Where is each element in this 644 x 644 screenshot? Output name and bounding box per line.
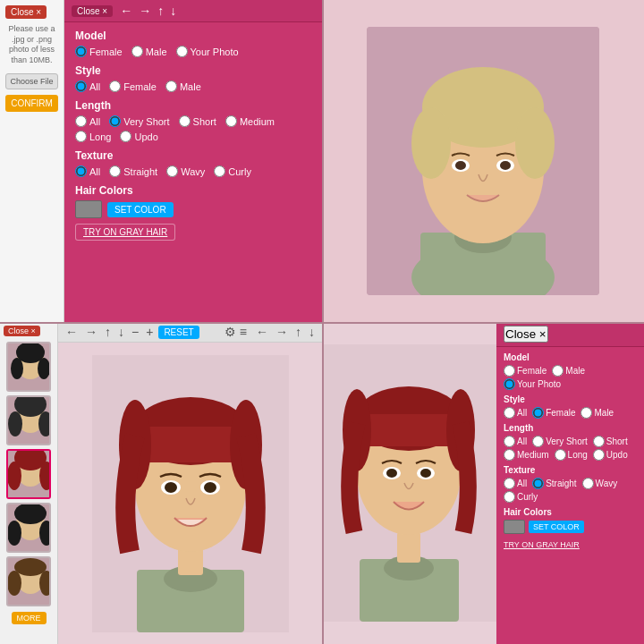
br-color-swatch[interactable]: [504, 520, 525, 534]
texture-all-option[interactable]: All: [75, 165, 100, 177]
style-female-option[interactable]: Female: [109, 80, 157, 92]
bottom-right-settings-panel: Close × Model Female Male Your Photo Sty…: [496, 322, 644, 644]
length-medium-option[interactable]: Medium: [225, 115, 275, 127]
hamburger-button[interactable]: ≡: [240, 325, 247, 339]
svg-rect-44: [135, 427, 246, 462]
model-female-option[interactable]: Female: [75, 46, 123, 57]
style-section-title: Style: [75, 64, 311, 77]
bottom-right-quadrant: Close × Model Female Male Your Photo Sty…: [322, 322, 644, 644]
br-length-all[interactable]: All: [504, 436, 527, 447]
length-long-option[interactable]: Long: [75, 131, 111, 142]
br-titlebar: Close ×: [496, 322, 644, 347]
top-right-quadrant: [322, 0, 644, 322]
length-very-short-option[interactable]: Very Short: [109, 115, 169, 127]
br-style-female[interactable]: Female: [532, 407, 575, 419]
br-texture-all[interactable]: All: [504, 478, 527, 489]
br-length-updo[interactable]: Updo: [593, 449, 628, 461]
thumbnail-item-5[interactable]: [6, 556, 51, 606]
br-set-color-button[interactable]: SET COLOR: [529, 521, 584, 533]
length-all-option[interactable]: All: [75, 115, 100, 127]
br-texture-curly[interactable]: Curly: [504, 491, 538, 503]
settings-content: Model Female Male Your Photo Style All F…: [64, 22, 322, 322]
length-radio-group: All Very Short Short Medium Long Updo: [75, 115, 311, 142]
toolbar-up-arrow2[interactable]: ↑: [293, 325, 303, 339]
thumbnail-item-3[interactable]: [6, 449, 51, 499]
toolbar-left-arrow[interactable]: ←: [64, 325, 80, 339]
thumbnail-item-2[interactable]: [6, 395, 51, 445]
bottom-left-quadrant: Close × MORE ← → ↑ ↓ − + RESET ⚙ ≡: [0, 322, 322, 644]
modal-close-button[interactable]: Close ×: [72, 5, 113, 17]
upload-hint-text: Please use a .jpg or .png photo of less …: [5, 24, 58, 66]
choose-file-button[interactable]: Choose File: [5, 73, 58, 89]
bottom-right-portrait-svg: [322, 344, 496, 622]
thumbnail-item-1[interactable]: [6, 342, 51, 392]
br-male-option[interactable]: Male: [552, 365, 585, 377]
confirm-button[interactable]: CONFIRM: [5, 95, 58, 112]
br-hair-color-row: SET COLOR: [504, 520, 637, 534]
br-texture-group: All Straight Wavy Curly: [504, 478, 637, 503]
toolbar-left-arrow2[interactable]: ←: [254, 325, 270, 339]
nav-down-arrow[interactable]: ↓: [168, 4, 178, 18]
br-length-group: All Very Short Short Medium Long Updo: [504, 436, 637, 461]
nav-up-arrow[interactable]: ↑: [156, 4, 165, 18]
br-try-gray-button[interactable]: TRY ON GRAY HAIR: [504, 540, 580, 549]
toolbar-down-arrow[interactable]: ↓: [116, 325, 126, 339]
model-radio-group: Female Male Your Photo: [75, 46, 311, 57]
reset-button[interactable]: RESET: [158, 326, 199, 339]
br-style-male[interactable]: Male: [580, 407, 614, 419]
set-color-button[interactable]: SET COLOR: [107, 202, 174, 217]
br-texture-straight[interactable]: Straight: [532, 478, 576, 489]
svg-point-63: [420, 469, 431, 478]
length-short-option[interactable]: Short: [179, 115, 216, 127]
br-length-long[interactable]: Long: [555, 449, 588, 461]
toolbar-down-arrow2[interactable]: ↓: [307, 325, 317, 339]
try-gray-hair-button[interactable]: TRY ON GRAY HAIR: [75, 224, 175, 241]
gear-button[interactable]: ⚙: [225, 325, 236, 339]
hair-color-swatch[interactable]: [75, 200, 102, 218]
upload-panel: Close × Please use a .jpg or .png photo …: [0, 0, 64, 322]
svg-point-8: [515, 107, 555, 179]
bottom-right-image-area: [322, 322, 496, 644]
br-style-all[interactable]: All: [504, 407, 527, 419]
model-your-photo-option[interactable]: Your Photo: [176, 46, 239, 57]
portrait-svg: [367, 27, 599, 295]
br-your-photo-option[interactable]: Your Photo: [504, 378, 561, 390]
texture-curly-option[interactable]: Curly: [214, 165, 251, 177]
toolbar-plus[interactable]: +: [144, 325, 155, 339]
toolbar-minus[interactable]: −: [130, 325, 140, 339]
vertical-divider: [322, 0, 324, 644]
more-button[interactable]: MORE: [12, 612, 47, 624]
svg-point-61: [386, 469, 397, 478]
style-all-option[interactable]: All: [75, 80, 100, 92]
nav-left-arrow[interactable]: ←: [118, 4, 134, 18]
texture-wavy-option[interactable]: Wavy: [166, 165, 205, 177]
br-style-group: All Female Male: [504, 407, 637, 419]
length-updo-option[interactable]: Updo: [120, 131, 157, 142]
nav-arrows-group: ← → ↑ ↓: [118, 4, 178, 18]
bottom-left-portrait-svg: [92, 355, 289, 632]
style-male-option[interactable]: Male: [165, 80, 201, 92]
texture-section-title: Texture: [75, 149, 311, 162]
style-radio-group: All Female Male: [75, 80, 311, 92]
thumb-close-button[interactable]: Close ×: [4, 326, 40, 336]
nav-right-arrow[interactable]: →: [137, 4, 153, 18]
length-section-title: Length: [75, 99, 311, 112]
br-length-medium[interactable]: Medium: [504, 449, 549, 461]
svg-point-17: [38, 358, 50, 379]
toolbar-right-arrow[interactable]: →: [83, 325, 99, 339]
br-length-very-short[interactable]: Very Short: [532, 436, 588, 447]
model-male-option[interactable]: Male: [131, 46, 167, 57]
br-length-title: Length: [504, 423, 637, 433]
upload-close-button[interactable]: Close ×: [5, 5, 47, 19]
br-female-option[interactable]: Female: [504, 365, 547, 377]
svg-rect-54: [397, 532, 420, 563]
thumbnail-item-4[interactable]: [6, 503, 51, 553]
br-texture-wavy[interactable]: Wavy: [582, 478, 618, 489]
toolbar-up-arrow[interactable]: ↑: [103, 325, 113, 339]
br-length-short[interactable]: Short: [593, 436, 628, 447]
top-left-modal: Close × ← → ↑ ↓ Model Female Male Your P…: [64, 0, 322, 322]
texture-straight-option[interactable]: Straight: [109, 165, 157, 177]
br-close-button[interactable]: Close ×: [504, 326, 548, 343]
toolbar-right-arrow2[interactable]: →: [274, 325, 290, 339]
svg-point-35: [14, 558, 47, 576]
